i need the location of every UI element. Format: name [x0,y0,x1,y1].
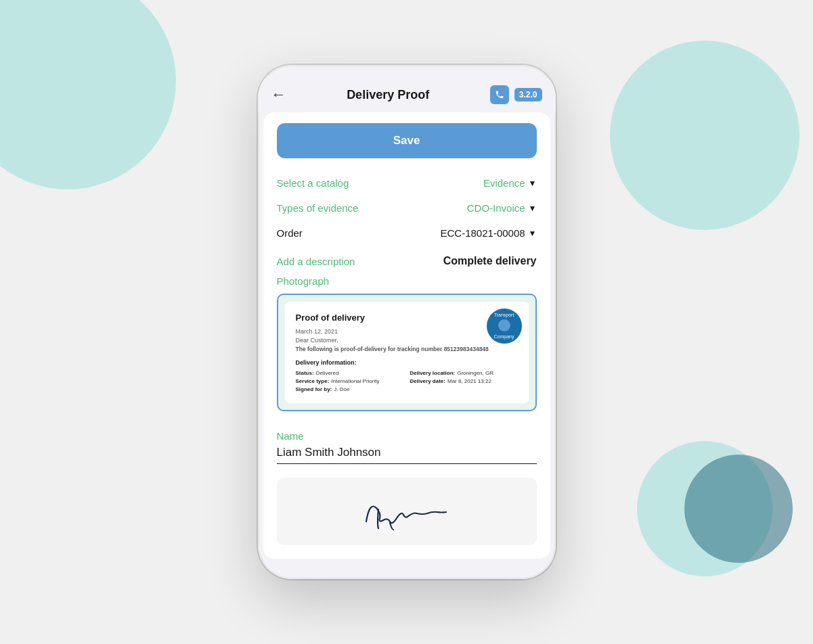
document-area[interactable]: Transport Company Proof of delivery Marc… [277,294,537,411]
doc-field-service: Service type: International Priority [296,378,403,384]
evidence-value: CDO-Invoice [467,202,525,214]
back-button[interactable]: ← [271,86,286,104]
catalog-dropdown[interactable]: Evidence ▼ [483,177,537,189]
phone-top-bar: ← Delivery Proof 3.2.0 [258,78,556,112]
description-value[interactable]: Complete delivery [443,255,537,267]
evidence-arrow-icon: ▼ [529,204,537,213]
transport-logo: Transport Company [487,308,522,344]
name-label: Name [277,430,537,442]
doc-date: March 12, 2021 [296,328,518,335]
doc-dear: Dear Customer, [296,337,518,344]
signature-drawing [353,488,461,535]
doc-title: Proof of delivery [296,313,518,323]
description-row: Add a description Complete delivery [277,246,537,271]
tracking-number: 85123983434848 [444,346,489,352]
phone-content[interactable]: Save Select a catalog Evidence ▼ Types o… [263,112,550,559]
doc-info-grid: Status: Delivered Delivery location: Gro… [296,370,518,392]
catalog-row: Select a catalog Evidence ▼ [277,170,537,196]
signature-area[interactable] [277,478,537,545]
top-right-group: 3.2.0 [490,85,542,104]
version-badge: 3.2.0 [514,88,542,101]
description-label: Add a description [277,256,355,267]
name-input-wrapper: Liam Smith Johnson [277,446,537,464]
bg-decoration-tl [0,0,176,189]
name-value[interactable]: Liam Smith Johnson [277,446,381,459]
bg-decoration-dark [684,455,793,563]
catalog-arrow-icon: ▼ [529,179,537,188]
save-button[interactable]: Save [277,123,537,158]
order-dropdown[interactable]: ECC-18021-00008 ▼ [441,227,537,239]
doc-field-status: Status: Delivered [296,370,403,376]
page-title: Delivery Proof [347,88,429,102]
name-section: Name Liam Smith Johnson [277,423,537,478]
phone-icon [490,85,509,104]
evidence-row: Types of evidence CDO-Invoice ▼ [277,196,537,221]
document-inner: Transport Company Proof of delivery Marc… [285,302,529,403]
phone-frame: ← Delivery Proof 3.2.0 Save Select a cat… [258,65,556,579]
order-value: ECC-18021-00008 [441,227,525,239]
evidence-label: Types of evidence [277,202,359,214]
catalog-value: Evidence [483,177,525,189]
bg-decoration-tr [610,41,799,230]
order-arrow-icon: ▼ [529,229,537,238]
doc-section-title: Delivery information: [296,359,518,366]
photograph-label: Photograph [277,271,537,294]
doc-field-signed: Signed for by: J. Doe [296,386,403,392]
catalog-label: Select a catalog [277,177,349,189]
doc-field-date: Delivery date: Mar 8, 2021 13:22 [410,378,518,384]
order-label: Order [277,227,303,239]
evidence-dropdown[interactable]: CDO-Invoice ▼ [467,202,537,214]
doc-field-location: Delivery location: Groningen, GR [410,370,518,376]
order-row: Order ECC-18021-00008 ▼ [277,221,537,246]
doc-following: The following is proof-of-delivery for t… [296,346,518,352]
